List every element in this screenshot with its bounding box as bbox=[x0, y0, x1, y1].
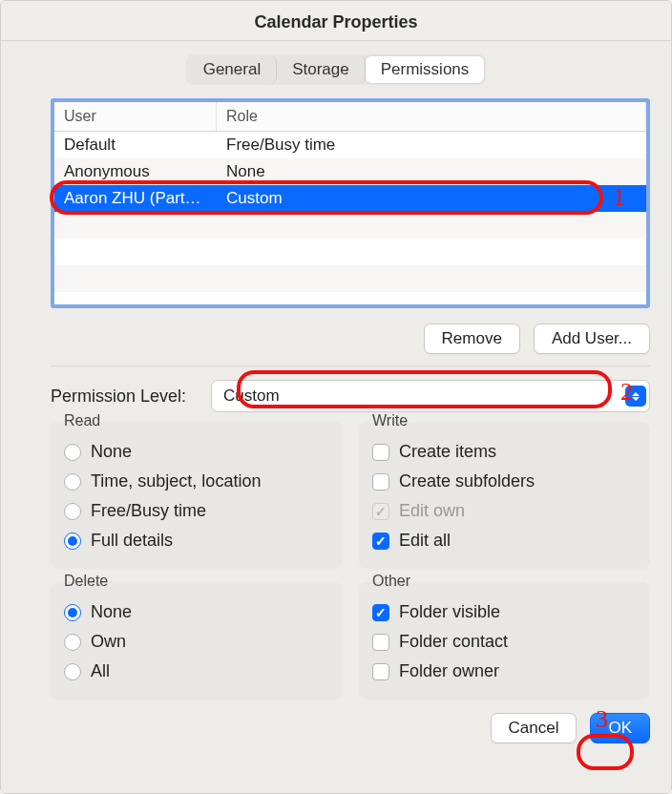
remove-button[interactable]: Remove bbox=[424, 324, 520, 354]
checkbox-icon bbox=[372, 634, 389, 651]
permission-level-select[interactable]: Custom bbox=[211, 380, 650, 412]
other-group-title: Other bbox=[372, 573, 637, 590]
delete-group: Delete None Own All bbox=[51, 582, 342, 700]
table-row[interactable] bbox=[54, 212, 646, 239]
annotation-3-label: 3 bbox=[596, 705, 608, 734]
radio-icon bbox=[64, 663, 81, 680]
tab-permissions[interactable]: Permissions bbox=[366, 56, 485, 83]
option-label: Folder contact bbox=[399, 632, 508, 652]
cancel-button[interactable]: Cancel bbox=[491, 713, 578, 743]
option-label: None bbox=[91, 602, 132, 622]
other-group: Other Folder visible Folder contact Fold… bbox=[359, 582, 650, 700]
option-label: Free/Busy time bbox=[91, 501, 206, 521]
other-folder-visible-checkbox[interactable]: Folder visible bbox=[372, 597, 637, 627]
write-create-items-checkbox[interactable]: Create items bbox=[372, 437, 637, 467]
dialog-title: Calendar Properties bbox=[1, 1, 671, 41]
cell-role: Custom bbox=[217, 187, 646, 210]
option-label: Full details bbox=[91, 531, 173, 551]
table-row[interactable] bbox=[54, 265, 646, 292]
annotation-1-label: 1 bbox=[613, 183, 625, 212]
read-time-subject-location-radio[interactable]: Time, subject, location bbox=[64, 467, 328, 496]
table-body: Default Free/Busy time Anonymous None Aa… bbox=[54, 132, 646, 292]
option-label: Time, subject, location bbox=[91, 471, 261, 491]
dialog-footer: Cancel OK bbox=[51, 700, 650, 743]
checkbox-icon bbox=[372, 444, 389, 461]
radio-icon bbox=[64, 533, 81, 550]
tab-general[interactable]: General bbox=[188, 56, 277, 83]
write-edit-own-checkbox: Edit own bbox=[372, 496, 637, 526]
read-full-details-radio[interactable]: Full details bbox=[64, 526, 328, 555]
write-group-title: Write bbox=[372, 412, 637, 429]
read-freebusy-radio[interactable]: Free/Busy time bbox=[64, 496, 328, 526]
col-header-user[interactable]: User bbox=[54, 102, 217, 131]
tab-bar: General Storage Permissions bbox=[22, 54, 650, 85]
cell-role: None bbox=[217, 160, 646, 183]
option-label: Create items bbox=[399, 442, 496, 462]
write-create-subfolders-checkbox[interactable]: Create subfolders bbox=[372, 467, 637, 496]
table-row[interactable]: Anonymous None bbox=[54, 158, 646, 185]
annotation-2-label: 2 bbox=[620, 378, 633, 407]
cell-user: Anonymous bbox=[54, 160, 217, 183]
option-label: Folder owner bbox=[399, 661, 499, 681]
cell-role: Free/Busy time bbox=[217, 134, 646, 157]
write-edit-all-checkbox[interactable]: Edit all bbox=[372, 526, 637, 555]
permission-level-select-wrap: Custom bbox=[211, 380, 650, 412]
permissions-table[interactable]: User Role Default Free/Busy time Anonymo… bbox=[51, 98, 650, 308]
table-row[interactable] bbox=[54, 239, 646, 265]
checkbox-icon bbox=[372, 473, 389, 491]
permission-level-label: Permission Level: bbox=[51, 387, 186, 407]
radio-icon bbox=[64, 444, 81, 461]
checkbox-icon bbox=[372, 604, 389, 621]
table-row[interactable]: Default Free/Busy time bbox=[54, 132, 646, 158]
cell-user: Aaron ZHU (Part… bbox=[54, 187, 217, 210]
other-folder-owner-checkbox[interactable]: Folder owner bbox=[372, 657, 637, 686]
delete-all-radio[interactable]: All bbox=[64, 657, 328, 686]
radio-icon bbox=[64, 604, 81, 621]
option-label: None bbox=[91, 442, 132, 462]
read-group-title: Read bbox=[64, 412, 328, 429]
checkbox-icon bbox=[372, 533, 389, 550]
delete-group-title: Delete bbox=[64, 573, 328, 590]
checkbox-icon bbox=[372, 503, 389, 520]
tab-storage[interactable]: Storage bbox=[277, 56, 366, 83]
cell-user: Default bbox=[54, 134, 217, 157]
option-label: Create subfolders bbox=[399, 471, 535, 491]
option-label: All bbox=[91, 661, 110, 681]
other-folder-contact-checkbox[interactable]: Folder contact bbox=[372, 627, 637, 657]
table-buttons: Remove Add User... bbox=[51, 308, 650, 366]
table-header: User Role bbox=[54, 102, 646, 132]
col-header-role[interactable]: Role bbox=[217, 102, 646, 131]
add-user-button[interactable]: Add User... bbox=[534, 324, 650, 354]
write-group: Write Create items Create subfolders Edi… bbox=[359, 422, 650, 569]
delete-own-radio[interactable]: Own bbox=[64, 627, 328, 657]
radio-icon bbox=[64, 634, 81, 651]
delete-none-radio[interactable]: None bbox=[64, 597, 328, 627]
permission-groups: Read None Time, subject, location Free/B… bbox=[51, 422, 650, 700]
tab-group: General Storage Permissions bbox=[186, 54, 487, 85]
read-group: Read None Time, subject, location Free/B… bbox=[51, 422, 342, 569]
option-label: Own bbox=[91, 632, 126, 652]
radio-icon bbox=[64, 473, 81, 491]
radio-icon bbox=[64, 503, 81, 520]
option-label: Edit own bbox=[399, 501, 465, 521]
option-label: Edit all bbox=[399, 531, 451, 551]
read-none-radio[interactable]: None bbox=[64, 437, 328, 467]
dialog-content: General Storage Permissions User Role De… bbox=[1, 41, 671, 793]
option-label: Folder visible bbox=[399, 602, 500, 622]
table-row[interactable]: Aaron ZHU (Part… Custom bbox=[54, 185, 646, 212]
checkbox-icon bbox=[372, 663, 389, 680]
calendar-properties-dialog: Calendar Properties General Storage Perm… bbox=[0, 0, 672, 794]
